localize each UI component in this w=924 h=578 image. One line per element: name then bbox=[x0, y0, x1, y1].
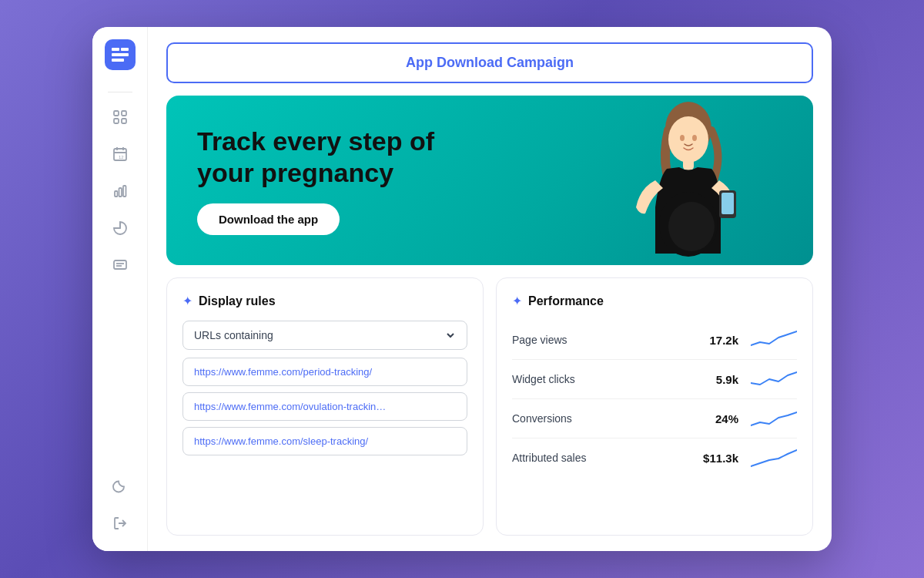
svg-rect-16 bbox=[114, 260, 126, 269]
sidebar-bottom bbox=[105, 471, 136, 539]
sidebar-divider bbox=[108, 92, 132, 92]
pie-chart-icon[interactable] bbox=[105, 213, 136, 244]
svg-rect-5 bbox=[122, 111, 126, 116]
main-content: App Download Campaign Track every step o… bbox=[148, 27, 832, 551]
message-icon[interactable] bbox=[105, 250, 136, 281]
perf-row-1: Widget clicks 5.9k bbox=[512, 360, 797, 399]
sidebar: 12 bbox=[92, 27, 148, 551]
chart-pageviews bbox=[751, 328, 797, 351]
perf-value-2: 24% bbox=[692, 412, 738, 425]
perf-row-2: Conversions 24% bbox=[512, 399, 797, 439]
svg-rect-0 bbox=[112, 48, 119, 51]
svg-rect-14 bbox=[119, 188, 122, 197]
svg-text:12: 12 bbox=[119, 155, 124, 160]
svg-rect-2 bbox=[112, 53, 129, 56]
performance-title: Performance bbox=[528, 294, 604, 308]
svg-rect-6 bbox=[114, 119, 119, 123]
banner-text: Track every step of your pregnancy Downl… bbox=[197, 126, 782, 236]
url-tag-1[interactable]: https://www.femme.com/ovulation-trackin… bbox=[182, 392, 467, 421]
svg-rect-15 bbox=[123, 186, 126, 197]
performance-header: ✦ Performance bbox=[512, 294, 797, 308]
download-app-button[interactable]: Download the app bbox=[197, 203, 340, 235]
url-tag-2[interactable]: https://www.femme.com/sleep-tracking/ bbox=[182, 427, 467, 455]
perf-label-0: Page views bbox=[512, 334, 692, 346]
chart-clicks bbox=[751, 368, 797, 391]
svg-rect-3 bbox=[112, 59, 124, 62]
grid-icon[interactable] bbox=[105, 102, 136, 133]
perf-value-1: 5.9k bbox=[692, 373, 738, 386]
perf-row-3: Attributed sales $11.3k bbox=[512, 439, 797, 477]
campaign-header: App Download Campaign bbox=[166, 42, 813, 83]
chevron-down-icon bbox=[445, 330, 456, 341]
chart-bar-icon[interactable] bbox=[105, 176, 136, 207]
svg-rect-4 bbox=[114, 111, 119, 116]
perf-value-3: $11.3k bbox=[692, 452, 738, 465]
campaign-title: App Download Campaign bbox=[406, 55, 574, 70]
perf-value-0: 17.2k bbox=[692, 334, 738, 347]
display-rules-title: Display rules bbox=[199, 294, 276, 308]
sparkle-icon-perf: ✦ bbox=[512, 294, 522, 308]
display-rules-panel: ✦ Display rules URLs containing https://… bbox=[166, 277, 484, 536]
display-rules-header: ✦ Display rules bbox=[182, 294, 467, 308]
performance-panel: ✦ Performance Page views 17.2k Widget cl… bbox=[496, 277, 813, 536]
svg-rect-1 bbox=[121, 48, 129, 51]
chart-conversions bbox=[751, 407, 797, 430]
perf-label-3: Attributed sales bbox=[512, 452, 692, 464]
banner-heading: Track every step of your pregnancy bbox=[197, 126, 444, 189]
svg-rect-13 bbox=[115, 191, 118, 197]
urls-containing-dropdown[interactable]: URLs containing bbox=[182, 321, 467, 350]
chart-sales bbox=[751, 446, 797, 469]
perf-label-1: Widget clicks bbox=[512, 373, 692, 385]
main-card: 12 bbox=[92, 27, 832, 551]
campaign-banner: Track every step of your pregnancy Downl… bbox=[166, 96, 813, 265]
perf-row-0: Page views 17.2k bbox=[512, 321, 797, 360]
svg-rect-7 bbox=[122, 119, 126, 123]
moon-icon[interactable] bbox=[105, 471, 136, 502]
sparkle-icon: ✦ bbox=[182, 294, 192, 308]
perf-label-2: Conversions bbox=[512, 412, 692, 425]
calendar-icon[interactable]: 12 bbox=[105, 139, 136, 170]
logout-icon[interactable] bbox=[105, 508, 136, 539]
url-tag-0[interactable]: https://www.femme.com/period-tracking/ bbox=[182, 358, 467, 386]
dropdown-label: URLs containing bbox=[194, 329, 273, 341]
bottom-panels: ✦ Display rules URLs containing https://… bbox=[166, 277, 813, 536]
logo[interactable] bbox=[105, 39, 136, 70]
